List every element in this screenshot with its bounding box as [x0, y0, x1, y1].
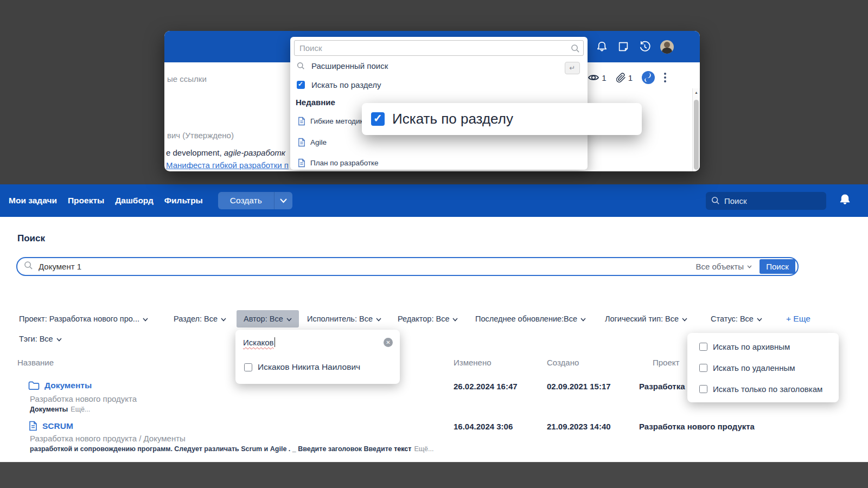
- note-icon[interactable]: [617, 41, 629, 53]
- unchecked-checkbox-icon[interactable]: [699, 364, 707, 372]
- popup-search-input[interactable]: [294, 40, 584, 56]
- search-submit-button[interactable]: Поиск: [760, 259, 795, 274]
- document-icon: [298, 138, 305, 147]
- approved-status-text: вич (Утверждено): [167, 131, 234, 140]
- bell-icon[interactable]: [838, 193, 852, 209]
- screen: ые ссылки вич (Утверждено) e development…: [0, 0, 868, 488]
- result-modified: 16.04.2024 3:06: [454, 422, 513, 431]
- filter-logical-type[interactable]: Логический тип: Все: [605, 314, 687, 323]
- recent-section-title: Недавние: [296, 98, 335, 107]
- enter-key-hint: ↵: [565, 62, 580, 74]
- scrollbar-thumb[interactable]: [694, 100, 699, 170]
- author-search-input[interactable]: Искаков: [243, 337, 275, 347]
- window-scrollbar[interactable]: ▲: [692, 88, 700, 171]
- column-header-created: Создано: [547, 358, 579, 367]
- navbar-search-box[interactable]: [706, 192, 826, 210]
- more-menu-icon[interactable]: [664, 73, 666, 82]
- search-icon: [297, 62, 305, 70]
- chevron-down-icon: [757, 318, 762, 322]
- create-split-button: Создать: [218, 192, 292, 209]
- document-icon: [298, 158, 305, 168]
- checked-checkbox-icon[interactable]: [371, 112, 385, 126]
- filter-status[interactable]: Статус: Все: [711, 314, 762, 323]
- column-header-project: Проект: [653, 358, 679, 367]
- document-icon: [29, 421, 37, 431]
- bell-icon[interactable]: [596, 41, 608, 53]
- search-options-dropdown: Искать по архивным Искать по удаленным И…: [687, 333, 839, 402]
- user-avatar[interactable]: [660, 40, 674, 54]
- checked-checkbox-icon[interactable]: [297, 81, 305, 89]
- main-search-bar: Все объекты Поиск: [16, 257, 799, 276]
- bottom-bar: [0, 462, 868, 488]
- filter-assignee[interactable]: Исполнитель: Все: [307, 314, 381, 323]
- result-link[interactable]: SCRUM: [42, 421, 73, 431]
- eye-icon: [588, 73, 599, 82]
- create-button[interactable]: Создать: [218, 192, 275, 209]
- watchers-counter[interactable]: 1: [588, 73, 606, 82]
- more-link[interactable]: Ещё...: [71, 406, 90, 413]
- chevron-down-icon: [280, 198, 287, 203]
- result-modified: 26.02.2024 16:47: [454, 382, 518, 391]
- result-snippet: ДокументыЕщё...: [30, 406, 90, 413]
- paperclip-icon: [616, 73, 626, 83]
- more-link[interactable]: Ещё...: [414, 445, 433, 453]
- recent-item[interactable]: Гибкие методик: [298, 117, 363, 126]
- chevron-down-icon: [376, 318, 381, 322]
- result-path: Разработка нового продукта / Документы: [30, 434, 186, 443]
- recent-item[interactable]: План по разработке: [298, 158, 379, 168]
- option-search-archived[interactable]: Искать по архивным: [699, 342, 790, 351]
- nav-my-tasks[interactable]: Мои задачи: [9, 196, 57, 206]
- unchecked-checkbox-icon[interactable]: [699, 385, 707, 393]
- column-header-modified: Изменено: [454, 358, 492, 367]
- chevron-down-icon: [580, 318, 586, 322]
- filter-editor[interactable]: Редактор: Все: [398, 314, 458, 323]
- filter-tags[interactable]: Тэги: Все: [19, 335, 62, 343]
- nav-filters[interactable]: Фильтры: [164, 196, 203, 206]
- filter-section[interactable]: Раздел: Все: [174, 314, 226, 323]
- result-link[interactable]: Документы: [44, 381, 92, 390]
- nav-dashboard[interactable]: Дашборд: [115, 196, 154, 206]
- result-project: Разработка нового продукта: [639, 422, 755, 431]
- chevron-down-icon: [143, 318, 148, 322]
- document-icon: [298, 117, 305, 126]
- result-path: Разработка нового продукта: [30, 394, 137, 403]
- option-search-deleted[interactable]: Искать по удаленным: [699, 363, 795, 373]
- history-icon[interactable]: [639, 41, 651, 53]
- document-body-text: e development, agile-разработк: [166, 148, 285, 157]
- page-title: Поиск: [17, 233, 45, 244]
- attachments-counter[interactable]: 1: [616, 73, 633, 83]
- folder-icon: [28, 381, 40, 390]
- search-icon: [711, 196, 720, 205]
- unchecked-checkbox-icon[interactable]: [699, 343, 707, 351]
- filter-project[interactable]: Проект: Разработка нового про...: [19, 314, 148, 323]
- result-row-title: SCRUM: [29, 421, 73, 431]
- clear-icon[interactable]: ✕: [384, 338, 393, 347]
- author-filter-dropdown: Искаков ✕ Искаков Никита Наилович: [235, 330, 400, 384]
- option-search-titles-only[interactable]: Искать только по заголовкам: [699, 384, 822, 394]
- manifest-link[interactable]: Манифеста гибкой разработки п: [166, 160, 289, 170]
- column-header-name: Название: [17, 358, 54, 367]
- nav-projects[interactable]: Проекты: [68, 196, 104, 206]
- chevron-down-icon: [747, 265, 752, 268]
- search-by-section-checkbox[interactable]: Искать по разделу: [297, 80, 381, 89]
- text-cursor: [275, 337, 275, 347]
- backlinks-label: ые ссылки: [167, 74, 207, 84]
- search-icon: [571, 44, 580, 55]
- globe-icon[interactable]: [642, 71, 655, 84]
- navbar-search-input[interactable]: [724, 196, 811, 206]
- result-row-title: Документы: [28, 381, 92, 390]
- recent-item[interactable]: Agile: [298, 138, 327, 147]
- more-filters-button[interactable]: + Еще: [786, 314, 810, 324]
- object-type-selector[interactable]: Все объекты: [695, 262, 752, 271]
- filter-last-update[interactable]: Последнее обновление:Все: [475, 314, 586, 323]
- filter-author[interactable]: Автор: Все: [237, 310, 299, 328]
- main-search-input[interactable]: [39, 262, 695, 271]
- unchecked-checkbox-icon[interactable]: [244, 363, 252, 371]
- chevron-down-icon: [682, 318, 687, 322]
- author-option[interactable]: Искаков Никита Наилович: [244, 362, 360, 372]
- scroll-up-arrow[interactable]: ▲: [693, 88, 700, 94]
- chevron-down-icon: [221, 318, 226, 322]
- advanced-search-item[interactable]: Расширенный поиск: [297, 61, 388, 70]
- create-dropdown-toggle[interactable]: [275, 192, 292, 209]
- chevron-down-icon: [56, 338, 62, 342]
